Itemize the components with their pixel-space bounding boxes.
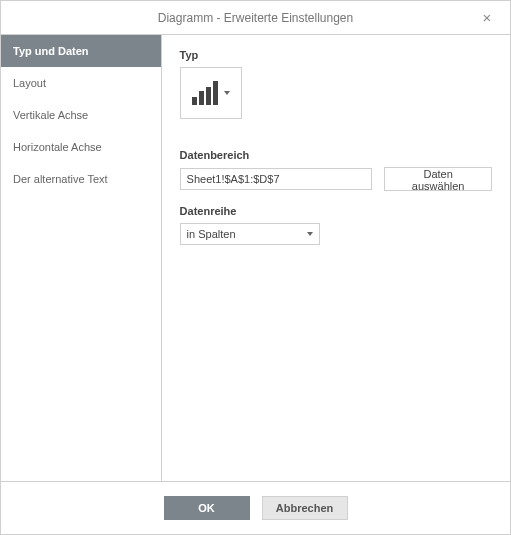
select-data-button[interactable]: Daten auswählen (384, 167, 492, 191)
sidebar-item-alt-text[interactable]: Der alternative Text (1, 163, 161, 195)
dialog-body: Typ und Daten Layout Vertikale Achse Hor… (1, 35, 510, 481)
sidebar-item-horizontal-axis[interactable]: Horizontale Achse (1, 131, 161, 163)
cancel-button[interactable]: Abbrechen (262, 496, 348, 520)
data-series-value: in Spalten (187, 228, 236, 240)
chevron-down-icon (307, 232, 313, 236)
sidebar-item-layout[interactable]: Layout (1, 67, 161, 99)
dialog-footer: OK Abbrechen (1, 481, 510, 534)
data-series-select[interactable]: in Spalten (180, 223, 320, 245)
sidebar-item-vertical-axis[interactable]: Vertikale Achse (1, 99, 161, 131)
content-panel: Typ Datenbereich Daten auswählen Datenre… (162, 35, 510, 481)
sidebar-item-label: Der alternative Text (13, 173, 108, 185)
chart-type-selector[interactable] (180, 67, 242, 119)
close-icon[interactable]: × (472, 1, 502, 35)
ok-button[interactable]: OK (164, 496, 250, 520)
column-chart-icon (192, 81, 218, 105)
sidebar-item-label: Horizontale Achse (13, 141, 102, 153)
dialog-titlebar: Diagramm - Erweiterte Einstellungen × (1, 1, 510, 35)
chart-advanced-settings-dialog: Diagramm - Erweiterte Einstellungen × Ty… (0, 0, 511, 535)
sidebar-item-label: Vertikale Achse (13, 109, 88, 121)
sidebar-item-label: Layout (13, 77, 46, 89)
sidebar-item-type-and-data[interactable]: Typ und Daten (1, 35, 161, 67)
sidebar: Typ und Daten Layout Vertikale Achse Hor… (1, 35, 162, 481)
dialog-title: Diagramm - Erweiterte Einstellungen (158, 11, 353, 25)
data-range-input[interactable] (180, 168, 373, 190)
data-series-label: Datenreihe (180, 205, 492, 217)
type-label: Typ (180, 49, 492, 61)
chevron-down-icon (224, 91, 230, 95)
sidebar-item-label: Typ und Daten (13, 45, 89, 57)
data-range-label: Datenbereich (180, 149, 492, 161)
